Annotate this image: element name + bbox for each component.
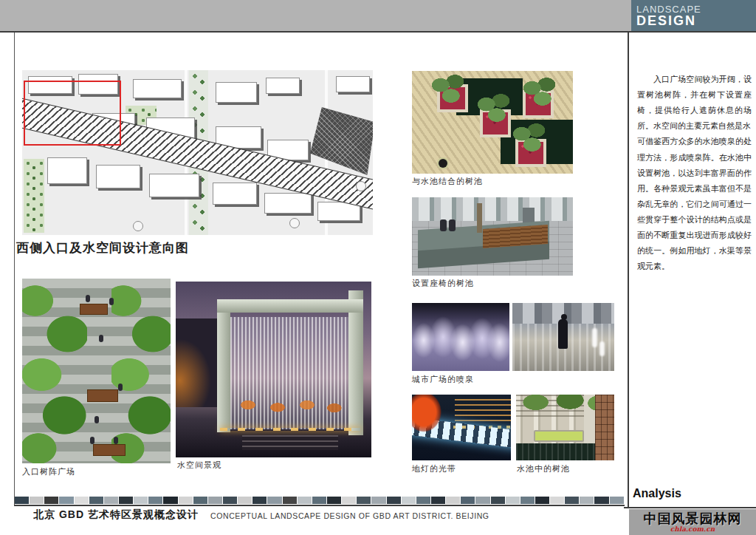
lamp xyxy=(439,159,447,168)
fountain-spray xyxy=(412,303,509,371)
photo-light-band xyxy=(412,395,511,460)
person xyxy=(109,298,114,305)
plan-highlight-red-box xyxy=(24,81,121,146)
caption-tree-pool-water: 与水池结合的树池 xyxy=(412,176,483,187)
person xyxy=(86,295,90,302)
water-jet xyxy=(599,341,605,356)
project-title-en: CONCEPTUAL LANDSCAPE DESIGN OF GBD ART D… xyxy=(210,511,489,520)
person xyxy=(99,335,103,342)
brand-line2: DESIGN xyxy=(636,13,756,29)
frame-beam xyxy=(217,299,363,313)
footer-divider-line xyxy=(14,505,625,506)
plan-tree-circle xyxy=(356,181,366,191)
caption-fountain: 城市广场的喷泉 xyxy=(412,374,474,385)
plan-tree-circle xyxy=(133,221,143,231)
photo-water-space xyxy=(176,282,371,457)
sidebar-paragraph-1: 入口广场空间较为开阔，设置树池树阵，并在树下设置座椅，提供给行人遮荫休息的场所。… xyxy=(637,72,752,134)
tree xyxy=(509,120,551,155)
pergola-lights xyxy=(455,399,511,424)
photo-wet-plaza xyxy=(512,303,614,371)
red-lit-tree xyxy=(412,395,450,445)
photo-entrance-plaza xyxy=(22,279,171,463)
plan-building xyxy=(264,193,312,214)
caption-pool-trees: 水池中的树池 xyxy=(517,463,570,474)
bench xyxy=(80,304,108,315)
plan-dark-plaza xyxy=(310,107,373,175)
storefronts xyxy=(412,197,573,221)
color-strip xyxy=(15,497,625,504)
design-board-page: LANDSCAPE DESIGN 西侧入口及水空间设计意向图 xyxy=(0,0,756,535)
tree xyxy=(520,74,561,109)
caption-light-band: 地灯的光带 xyxy=(412,463,456,474)
plan-building xyxy=(216,82,257,103)
plan-tree-circle xyxy=(289,218,300,228)
person xyxy=(114,437,118,444)
brand-block: LANDSCAPE DESIGN xyxy=(631,0,756,31)
foliage-right xyxy=(111,279,171,463)
plan-building xyxy=(213,183,257,205)
planter xyxy=(534,430,584,442)
person xyxy=(118,384,123,391)
plan-green-patch xyxy=(24,159,44,233)
steps xyxy=(242,435,338,450)
sidebar-divider-line xyxy=(628,33,629,507)
site-plan-drawing xyxy=(22,70,373,235)
bench xyxy=(93,444,126,456)
left-border-line xyxy=(14,33,15,505)
water-jet xyxy=(592,328,597,347)
site-watermark-logo: 中国风景园林网 chla.com.cn xyxy=(629,509,756,535)
sidebar-analysis-text: 入口广场空间较为开阔，设置树池树阵，并在树下设置座椅，提供给行人遮荫休息的场所。… xyxy=(637,72,752,274)
project-title-cn: 北京 GBD 艺术特区景观概念设计 xyxy=(33,508,199,522)
photo-pool-trees xyxy=(516,395,614,460)
lit-building xyxy=(176,318,219,407)
photo-tree-pool-water xyxy=(412,71,573,174)
plan-caption: 西侧入口及水空间设计意向图 xyxy=(16,239,189,256)
photo-fountain xyxy=(412,303,509,371)
person xyxy=(94,416,99,423)
plan-building xyxy=(266,78,300,94)
caption-water-space: 水空间景观 xyxy=(177,460,221,471)
tree xyxy=(428,71,470,106)
analysis-underline xyxy=(624,507,756,508)
photo-tree-pool-bench xyxy=(412,197,573,276)
plan-building xyxy=(96,165,140,188)
frame-post-left xyxy=(217,305,230,432)
water-channel xyxy=(516,443,597,460)
bench xyxy=(87,389,118,402)
plan-building xyxy=(47,157,87,184)
warm-lights-glow xyxy=(230,392,348,418)
analysis-heading: Analysis xyxy=(633,487,681,500)
plan-building xyxy=(133,79,182,98)
plan-building xyxy=(149,174,199,197)
foliage-left xyxy=(22,279,87,463)
plan-building xyxy=(336,76,370,92)
base-light-row xyxy=(220,428,360,431)
sidebar-paragraph-2: 可借鉴西方众多的水池喷泉的处理方法，形成喷泉阵。在水池中设置树池，以达到丰富界面… xyxy=(637,134,752,274)
caption-entrance-plaza: 入口树阵广场 xyxy=(22,466,75,477)
person xyxy=(90,437,94,444)
top-divider-line xyxy=(0,31,756,33)
person xyxy=(440,219,447,231)
person xyxy=(449,219,456,231)
brick-building xyxy=(595,395,614,460)
caption-tree-pool-bench: 设置座椅的树池 xyxy=(412,278,474,289)
person xyxy=(558,319,568,349)
tree-trunk xyxy=(477,203,482,233)
